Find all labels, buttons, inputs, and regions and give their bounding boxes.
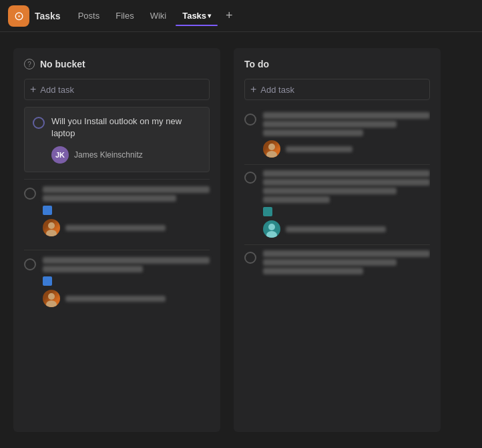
avatar-face-icon	[43, 219, 60, 236]
task-checkbox-blurred-2[interactable]	[24, 258, 36, 270]
nav-item-wiki[interactable]: Wiki	[144, 8, 174, 23]
right-blurred-line-3	[263, 130, 363, 136]
add-task-label-right: Add task	[260, 85, 294, 95]
right-blurred-task-3	[244, 244, 430, 280]
svg-point-0	[48, 222, 55, 229]
blurred-name-1	[65, 225, 166, 231]
right-blurred-task-2	[244, 164, 430, 243]
nav-item-posts[interactable]: Posts	[71, 8, 107, 23]
right-blurred-line-9	[263, 259, 397, 266]
task-tag-blue-1	[43, 206, 52, 215]
todo-header: To do	[244, 59, 430, 69]
avatar-initials: JK	[55, 151, 65, 159]
svg-point-4	[268, 144, 275, 150]
help-icon: ?	[24, 59, 35, 69]
avatar-james: JK	[51, 146, 69, 164]
todo-title: To do	[244, 59, 269, 69]
add-task-button-left[interactable]: + Add task	[24, 79, 210, 100]
task-checkbox-blurred-1[interactable]	[24, 188, 36, 200]
blurred-task-2	[24, 179, 210, 243]
svg-point-3	[46, 300, 57, 307]
right-blurred-line-1	[263, 112, 430, 119]
right-task-checkbox-2[interactable]	[244, 172, 256, 184]
right-blurred-line-4	[263, 170, 430, 177]
no-bucket-column: ? No bucket + Add task Will you Install …	[13, 48, 220, 432]
blurred-text-line-2	[43, 195, 176, 202]
svg-point-2	[48, 293, 55, 300]
avatar-face-icon-2	[43, 290, 60, 307]
task-text-outlook: Will you Install outlook on my new lapto…	[51, 116, 201, 140]
plus-icon-right: +	[250, 83, 256, 95]
nav-bar: Posts Files Wiki Tasks ▾ +	[71, 7, 474, 24]
right-blurred-line-5	[263, 179, 430, 186]
no-bucket-title: No bucket	[40, 59, 85, 69]
task-checkbox-outlook[interactable]	[33, 117, 45, 129]
blurred-name-2	[65, 296, 166, 302]
right-blurred-line-6	[263, 188, 397, 194]
no-bucket-header: ? No bucket	[24, 59, 210, 69]
task-card-outlook: Will you Install outlook on my new lapto…	[24, 107, 210, 172]
add-task-label-left: Add task	[40, 85, 74, 95]
chevron-down-icon: ▾	[208, 12, 211, 19]
right-blurred-line-10	[263, 268, 363, 274]
right-task-checkbox-3[interactable]	[244, 252, 256, 264]
right-blurred-name-1	[286, 146, 352, 152]
blurred-task-3	[24, 250, 210, 314]
svg-point-1	[46, 230, 57, 236]
nav-item-tasks[interactable]: Tasks ▾	[176, 8, 218, 23]
right-task-tag-teal	[263, 207, 272, 216]
avatar-blurred-2	[43, 290, 60, 307]
svg-point-7	[266, 231, 277, 238]
top-bar: ⊙ Tasks Posts Files Wiki Tasks ▾ +	[0, 0, 482, 32]
assignee-row-outlook: JK James Kleinschnitz	[33, 146, 201, 164]
right-task-checkbox-1[interactable]	[244, 114, 256, 126]
app-icon-symbol: ⊙	[14, 9, 24, 23]
nav-item-files[interactable]: Files	[109, 8, 140, 23]
add-task-button-right[interactable]: + Add task	[244, 79, 430, 100]
main-content: ? No bucket + Add task Will you Install …	[0, 32, 482, 448]
blurred-text-line-4	[43, 266, 143, 272]
add-tab-button[interactable]: +	[220, 7, 238, 24]
svg-point-5	[266, 151, 277, 158]
right-blurred-line-7	[263, 196, 330, 203]
columns-container: ? No bucket + Add task Will you Install …	[13, 48, 469, 432]
avatar-right-2	[263, 220, 280, 238]
assignee-name-outlook: James Kleinschnitz	[74, 150, 143, 160]
task-tag-blue-2	[43, 276, 52, 286]
app-title: Tasks	[35, 11, 61, 21]
svg-point-6	[268, 224, 275, 230]
right-blurred-line-2	[263, 121, 397, 128]
blurred-text-line-1	[43, 186, 210, 193]
right-tasks-list	[244, 107, 430, 280]
todo-column: To do + Add task	[234, 48, 441, 432]
plus-icon: +	[30, 83, 36, 95]
avatar-right-1	[263, 140, 280, 158]
right-blurred-line-8	[263, 250, 430, 257]
right-blurred-name-2	[286, 226, 386, 232]
right-blurred-task-1	[244, 107, 430, 163]
blurred-text-line-3	[43, 257, 210, 264]
avatar-blurred-1	[43, 219, 60, 236]
task-row-outlook: Will you Install outlook on my new lapto…	[33, 116, 201, 140]
app-icon: ⊙	[8, 5, 29, 27]
